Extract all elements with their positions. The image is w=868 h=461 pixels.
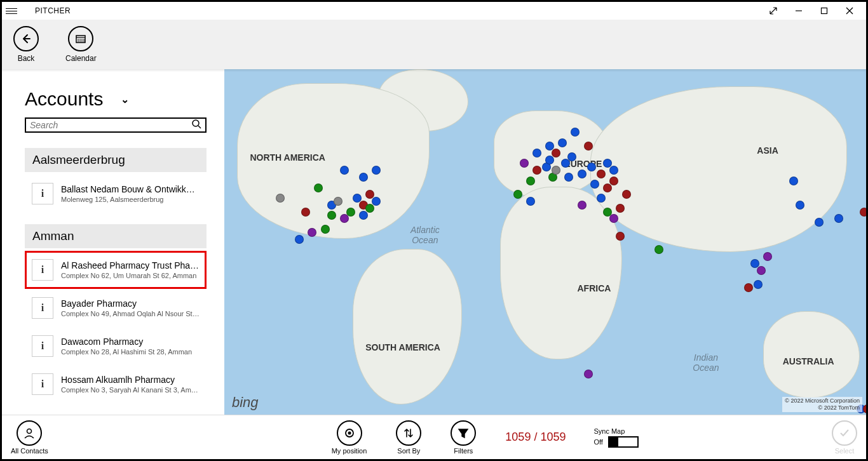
- account-item[interactable]: iBallast Nedam Bouw & Ontwikke…Molenweg …: [25, 175, 207, 213]
- account-name: Hossam Alkuamlh Pharmacy: [61, 375, 200, 385]
- calendar-button[interactable]: Calendar: [65, 26, 97, 63]
- account-name: Bayader Pharmacy: [61, 298, 200, 309]
- map-pin[interactable]: [545, 156, 554, 164]
- check-icon: [832, 420, 857, 446]
- map-pin[interactable]: [327, 211, 336, 220]
- map-pin[interactable]: [314, 184, 323, 192]
- account-address: Molenweg 125, Aalsmeerderbrug: [61, 196, 200, 203]
- account-item[interactable]: iAl Rasheed Pharmacy Trust Phar…Complex …: [25, 251, 207, 289]
- map-pin[interactable]: [584, 370, 593, 378]
- account-address: Complex No 3, Saryah Al Kanani St 3, Amm…: [61, 386, 200, 394]
- map-pin[interactable]: [754, 280, 763, 289]
- filter-icon: [451, 420, 476, 446]
- toolbar: Back Calendar: [2, 20, 866, 69]
- map-pin[interactable]: [603, 184, 612, 192]
- map-pin[interactable]: [654, 245, 663, 254]
- map-pin[interactable]: [815, 218, 824, 227]
- account-address: Complex No 28, Al Hashimi St 28, Amman: [61, 348, 200, 356]
- svg-point-8: [193, 120, 199, 126]
- map-pin[interactable]: [609, 177, 618, 185]
- info-icon[interactable]: i: [32, 335, 53, 357]
- sync-map-toggle[interactable]: Sync Map Off: [593, 427, 638, 448]
- sidebar-title: Accounts: [25, 88, 103, 110]
- maximize-icon[interactable]: [811, 2, 837, 20]
- map-pin[interactable]: [616, 232, 625, 241]
- map-pin[interactable]: [513, 190, 522, 199]
- all-contacts-button[interactable]: All Contacts: [11, 420, 48, 455]
- label-atlantic: AtlanticOcean: [410, 225, 440, 245]
- map-pin[interactable]: [346, 208, 355, 217]
- app-title: PITCHER: [35, 6, 71, 15]
- map-pin[interactable]: [584, 142, 593, 150]
- info-icon[interactable]: i: [32, 297, 53, 319]
- account-name: Ballast Nedam Bouw & Ontwikke…: [61, 184, 200, 194]
- sort-by-button[interactable]: Sort By: [396, 420, 421, 455]
- map-pin[interactable]: [353, 194, 362, 203]
- map-pin[interactable]: [834, 214, 843, 223]
- map-pin[interactable]: [295, 235, 304, 244]
- record-counter: 1059 / 1059: [505, 431, 566, 444]
- map-pin[interactable]: [301, 208, 310, 217]
- select-button: Select: [832, 420, 857, 455]
- group-header: Aalsmeerderbrug: [25, 148, 207, 172]
- map-pin[interactable]: [520, 159, 529, 168]
- sort-icon: [396, 420, 421, 446]
- account-item[interactable]: iBayader PharmacyComplex No 49, Ahmad Oq…: [25, 289, 207, 327]
- bottombar: All Contacts My position Sort By Filters…: [2, 415, 866, 459]
- my-position-button[interactable]: My position: [332, 420, 367, 455]
- filters-button[interactable]: Filters: [451, 420, 476, 455]
- map-pin[interactable]: [757, 266, 766, 275]
- search-box[interactable]: [25, 117, 207, 133]
- map-copyright: © 2022 Microsoft Corporation © 2022 TomT…: [782, 397, 862, 412]
- chevron-down-icon[interactable]: ⌄: [121, 93, 129, 105]
- map-pin[interactable]: [597, 170, 606, 178]
- map-pin[interactable]: [578, 170, 587, 178]
- map-pin[interactable]: [558, 138, 567, 147]
- minimize-icon[interactable]: [786, 2, 811, 20]
- target-icon: [337, 420, 362, 446]
- back-label: Back: [18, 54, 35, 63]
- map-pin[interactable]: [578, 201, 587, 210]
- group-header: Amman: [25, 224, 207, 248]
- svg-line-9: [198, 126, 201, 128]
- svg-point-12: [348, 431, 351, 434]
- calendar-label: Calendar: [65, 54, 97, 63]
- account-address: Complex No 49, Ahmad Oqlah Al Nsour St…: [61, 310, 200, 317]
- map-pin[interactable]: [526, 197, 535, 206]
- person-icon: [17, 420, 42, 446]
- map-pin[interactable]: [532, 149, 541, 157]
- info-icon[interactable]: i: [32, 183, 53, 204]
- map-pin[interactable]: [587, 163, 596, 171]
- account-item[interactable]: iHossam Alkuamlh PharmacyComplex No 3, S…: [25, 365, 207, 403]
- search-input[interactable]: [30, 120, 191, 130]
- map-pin[interactable]: [609, 214, 618, 223]
- map-pin[interactable]: [334, 197, 342, 206]
- back-button[interactable]: Back: [13, 26, 39, 63]
- map[interactable]: NORTH AMERICA SOUTH AMERICA EUROPE AFRIC…: [224, 69, 866, 415]
- sidebar: Accounts ⌄ AalsmeerderbrugiBallast Nedam…: [2, 69, 224, 415]
- map-pin[interactable]: [276, 194, 285, 203]
- map-pin[interactable]: [597, 194, 606, 203]
- svg-rect-1: [822, 8, 827, 14]
- map-pin[interactable]: [526, 177, 535, 185]
- map-pin[interactable]: [789, 177, 798, 185]
- map-pin[interactable]: [744, 283, 753, 292]
- info-icon[interactable]: i: [32, 373, 53, 395]
- map-pin[interactable]: [796, 201, 804, 210]
- account-address: Complex No 62, Um Umarah St 62, Amman: [61, 272, 200, 279]
- close-icon[interactable]: [837, 2, 862, 20]
- map-pin[interactable]: [590, 180, 599, 189]
- map-pin[interactable]: [567, 152, 576, 161]
- account-name: Dawacom Pharmacy: [61, 337, 200, 347]
- map-pin[interactable]: [860, 208, 866, 217]
- svg-point-10: [27, 429, 32, 433]
- expand-icon[interactable]: [761, 2, 786, 20]
- bing-logo: bing: [232, 394, 259, 411]
- search-icon[interactable]: [191, 119, 201, 131]
- info-icon[interactable]: i: [32, 259, 53, 281]
- menu-icon[interactable]: [6, 8, 17, 14]
- account-item[interactable]: iDawacom PharmacyComplex No 28, Al Hashi…: [25, 327, 207, 365]
- map-pin[interactable]: [321, 225, 330, 234]
- map-pin[interactable]: [763, 252, 772, 261]
- toggle-switch[interactable]: [608, 436, 639, 448]
